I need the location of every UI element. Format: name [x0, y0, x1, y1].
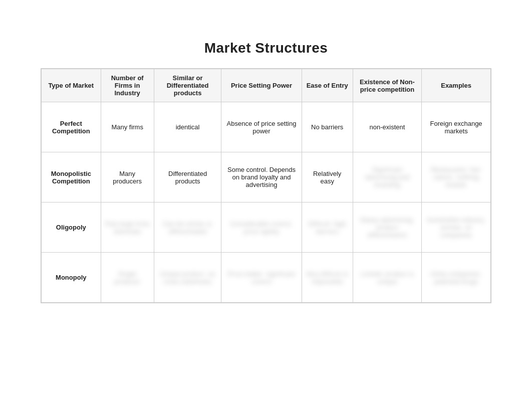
table-row-2-col-0: Oligopoly	[42, 202, 101, 253]
table-row-1-col-4: Relatively easy	[302, 152, 353, 202]
table-row-0-col-6: Foreign exchange markets	[422, 102, 491, 152]
table-row-0-col-5: non-existent	[353, 102, 421, 152]
market-structures-table: Type of Market Number of Firms in Indust…	[41, 68, 491, 303]
table-row-1-col-2: Differentiated products	[154, 152, 221, 202]
table-row-0-col-0: Perfect Competition	[42, 102, 101, 152]
table-row-1-col-3: Some control. Depends on brand loyalty a…	[221, 152, 302, 202]
col-header-entry: Ease of Entry	[302, 69, 353, 102]
col-header-firms: Number of Firms in Industry	[101, 69, 154, 102]
table-row-1-col-0: Monopolistic Competition	[42, 152, 101, 202]
table-row-3-col-0: Monopoly	[42, 253, 101, 303]
table-row-2-col-6: Automobile industry, airlines, oil compa…	[422, 202, 491, 253]
table-row-3-col-2: Unique product, no close substitutes	[154, 253, 221, 303]
col-header-examples: Examples	[422, 69, 491, 102]
table-row-0-col-1: Many firms	[101, 102, 154, 152]
table-row-3-col-3: Price maker, significant control	[221, 253, 302, 303]
col-header-nonprice: Existence of Non-price competition	[353, 69, 421, 102]
table-row-2-col-4: Difficult, high barriers	[302, 202, 353, 253]
col-header-products: Similar or Differentiated products	[154, 69, 221, 102]
table-row-1-col-5: Significant advertising and branding	[353, 152, 421, 202]
table-row-0-col-3: Absence of price setting power	[221, 102, 302, 152]
col-header-price: Price Setting Power	[221, 69, 302, 102]
table-row-2-col-5: Heavy advertising, product differentiati…	[353, 202, 421, 253]
table-row-2-col-1: Few large firms dominate	[101, 202, 154, 253]
page-title: Market Structures	[204, 40, 328, 56]
table-row-0-col-4: No barriers	[302, 102, 353, 152]
table-row-1-col-6: Restaurants, hair salons, clothing brand…	[422, 152, 491, 202]
table-row-2-col-3: Considerable control, price rigidity	[221, 202, 302, 253]
table-row-3-col-4: Very difficult or impossible	[302, 253, 353, 303]
table-row-0-col-2: identical	[154, 102, 221, 152]
table-row-3-col-5: Limited, product is unique	[353, 253, 421, 303]
col-header-type: Type of Market	[42, 69, 101, 102]
table-row-2-col-2: Can be similar or differentiated	[154, 202, 221, 253]
table-row-3-col-1: Single producer	[101, 253, 154, 303]
table-row-3-col-6: Utility companies, patented drugs	[422, 253, 491, 303]
table-row-1-col-1: Many producers	[101, 152, 154, 202]
